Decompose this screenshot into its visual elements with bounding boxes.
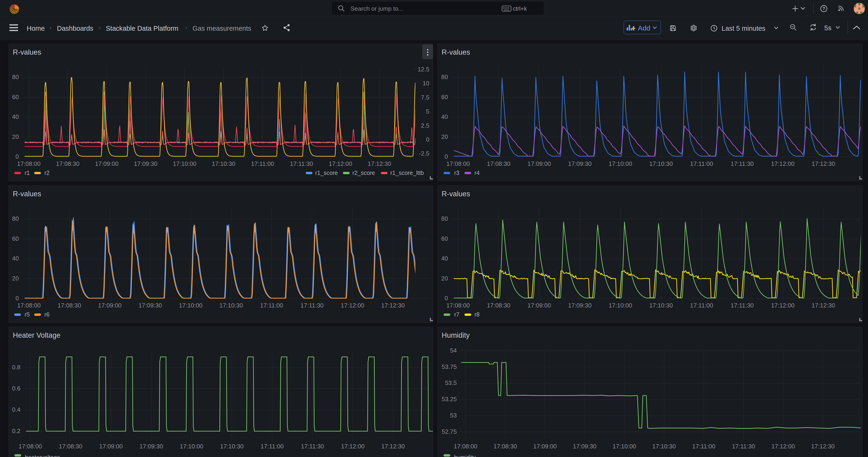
svg-text:0.2: 0.2	[12, 427, 21, 434]
svg-text:17:12:00: 17:12:00	[329, 160, 352, 167]
svg-text:52.75: 52.75	[442, 428, 457, 435]
svg-text:17:11:30: 17:11:30	[301, 443, 324, 450]
svg-text:17:09:00: 17:09:00	[533, 443, 557, 450]
svg-text:0: 0	[426, 136, 429, 143]
svg-text:17:10:30: 17:10:30	[652, 443, 676, 450]
svg-text:60: 60	[441, 93, 448, 100]
svg-text:2.5: 2.5	[421, 122, 429, 129]
svg-text:Humidity: Humidity	[442, 331, 470, 339]
svg-text:17:08:00: 17:08:00	[446, 160, 470, 167]
svg-text:17:10:30: 17:10:30	[220, 443, 244, 450]
svg-text:17:08:30: 17:08:30	[494, 443, 517, 450]
svg-text:17:12:00: 17:12:00	[341, 443, 365, 450]
svg-text:17:11:00: 17:11:00	[251, 160, 274, 167]
svg-text:80: 80	[12, 73, 19, 81]
svg-text:80: 80	[441, 215, 448, 222]
svg-text:17:09:30: 17:09:30	[568, 160, 592, 167]
svg-text:0.4: 0.4	[12, 406, 21, 413]
svg-text:R-values: R-values	[13, 190, 41, 198]
svg-text:17:09:00: 17:09:00	[98, 302, 122, 309]
svg-text:20: 20	[441, 133, 448, 140]
svg-text:17:11:00: 17:11:00	[690, 160, 713, 167]
svg-text:10: 10	[423, 80, 429, 87]
svg-text:r1_score_lttb: r1_score_lttb	[390, 170, 424, 176]
svg-text:17:12:30: 17:12:30	[811, 160, 835, 167]
svg-text:17:12:00: 17:12:00	[771, 160, 795, 167]
svg-text:80: 80	[441, 73, 448, 81]
svg-text:17:11:00: 17:11:00	[690, 302, 713, 309]
svg-text:17:12:30: 17:12:30	[811, 443, 835, 450]
svg-text:0: 0	[445, 295, 448, 302]
svg-text:54: 54	[450, 347, 457, 354]
svg-text:60: 60	[12, 235, 19, 242]
svg-text:17:10:00: 17:10:00	[179, 302, 203, 309]
svg-text:17:11:30: 17:11:30	[301, 302, 323, 309]
svg-text:r2: r2	[44, 170, 50, 176]
svg-text:53: 53	[450, 412, 457, 419]
svg-text:17:08:00: 17:08:00	[446, 302, 470, 309]
svg-text:20: 20	[441, 275, 448, 282]
svg-text:17:08:30: 17:08:30	[56, 160, 80, 167]
svg-text:40: 40	[441, 113, 448, 120]
svg-text:0: 0	[16, 153, 19, 160]
svg-text:53.75: 53.75	[442, 363, 457, 370]
svg-text:20: 20	[12, 275, 19, 282]
svg-text:17:11:00: 17:11:00	[260, 443, 284, 450]
svg-text:17:11:30: 17:11:30	[290, 160, 313, 167]
svg-text:?: ?	[823, 6, 825, 11]
svg-text:R-values: R-values	[442, 48, 470, 56]
svg-text:12.5: 12.5	[417, 66, 429, 73]
svg-text:17:09:00: 17:09:00	[527, 160, 551, 167]
svg-text:17:09:30: 17:09:30	[568, 302, 592, 309]
svg-text:17:11:30: 17:11:30	[731, 160, 754, 167]
svg-text:r1: r1	[25, 170, 30, 176]
svg-text:17:08:00: 17:08:00	[17, 302, 41, 309]
svg-text:17:09:30: 17:09:30	[573, 443, 596, 450]
svg-text:17:09:30: 17:09:30	[138, 302, 162, 309]
svg-text:17:10:30: 17:10:30	[649, 302, 673, 309]
svg-text:60: 60	[441, 235, 448, 242]
svg-text:17:12:30: 17:12:30	[811, 302, 835, 309]
svg-text:17:12:30: 17:12:30	[381, 302, 405, 309]
svg-text:-2.5: -2.5	[419, 150, 429, 157]
svg-text:heatervoltage: heatervoltage	[25, 454, 60, 457]
svg-text:r6: r6	[44, 311, 50, 318]
svg-text:R-values: R-values	[13, 48, 41, 56]
svg-text:17:12:00: 17:12:00	[771, 302, 795, 309]
svg-text:R-values: R-values	[442, 190, 470, 198]
svg-text:r4: r4	[474, 170, 479, 176]
svg-text:17:10:30: 17:10:30	[649, 160, 673, 167]
svg-text:Heater Voltage: Heater Voltage	[13, 331, 60, 339]
svg-text:17:08:30: 17:08:30	[59, 443, 82, 450]
svg-text:r5: r5	[25, 311, 30, 318]
svg-text:17:08:30: 17:08:30	[487, 302, 510, 309]
svg-text:17:11:30: 17:11:30	[732, 443, 755, 450]
svg-text:r7: r7	[454, 311, 459, 318]
svg-text:17:08:30: 17:08:30	[487, 160, 510, 167]
svg-text:0.6: 0.6	[12, 385, 21, 392]
svg-text:53.25: 53.25	[442, 396, 457, 403]
svg-text:17:11:00: 17:11:00	[260, 302, 283, 309]
svg-text:0.8: 0.8	[12, 364, 21, 371]
svg-text:17:08:30: 17:08:30	[58, 302, 81, 309]
svg-text:17:08:00: 17:08:00	[19, 443, 42, 450]
svg-text:17:12:30: 17:12:30	[368, 160, 391, 167]
svg-text:7.5: 7.5	[421, 94, 429, 101]
svg-text:humidity: humidity	[454, 454, 476, 457]
svg-text:17:12:30: 17:12:30	[381, 443, 405, 450]
svg-text:17:09:30: 17:09:30	[140, 443, 163, 450]
svg-text:20: 20	[12, 133, 19, 140]
svg-text:17:12:00: 17:12:00	[341, 302, 364, 309]
svg-text:0: 0	[16, 295, 19, 302]
svg-text:17:09:30: 17:09:30	[134, 160, 157, 167]
svg-text:r8: r8	[474, 311, 479, 318]
svg-text:60: 60	[12, 93, 19, 100]
svg-text:17:10:00: 17:10:00	[613, 443, 636, 450]
svg-text:r1_score: r1_score	[315, 170, 338, 176]
svg-text:0: 0	[445, 153, 448, 160]
svg-text:17:12:00: 17:12:00	[771, 443, 795, 450]
svg-text:17:09:00: 17:09:00	[527, 302, 551, 309]
svg-text:17:11:00: 17:11:00	[692, 443, 715, 450]
svg-text:r2_score: r2_score	[352, 170, 375, 176]
svg-text:r3: r3	[454, 170, 459, 176]
